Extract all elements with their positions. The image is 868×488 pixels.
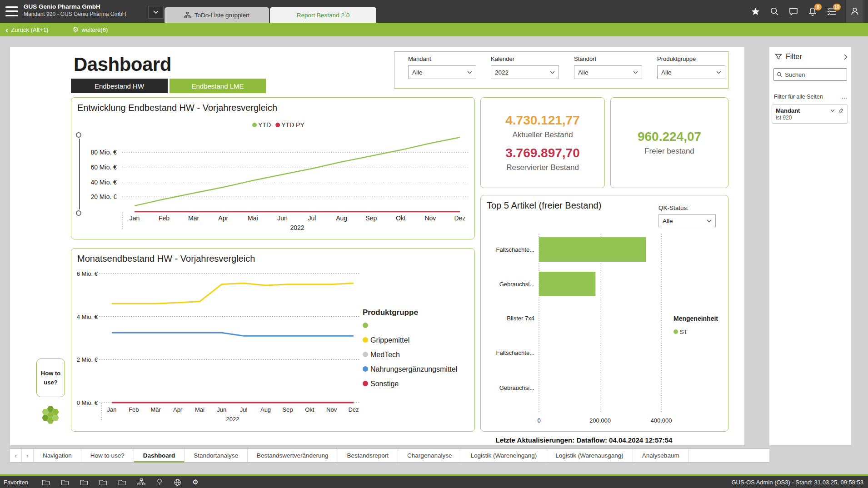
filter-pane: Filter Filter für alle Seiten … Mandant … — [769, 47, 851, 445]
tab-report-bestand[interactable]: Report Bestand 2.0 — [270, 7, 376, 23]
slicer-label: Mandant — [408, 55, 476, 62]
svg-text:2022: 2022 — [290, 224, 304, 231]
slicer-label: Standort — [574, 55, 642, 62]
svg-text:Faltschachte...: Faltschachte... — [496, 349, 534, 356]
tabs-scroll-right[interactable]: › — [22, 449, 34, 462]
tab-todo-liste[interactable]: ToDo-Liste gruppiert — [165, 7, 269, 23]
page-tab-bestandswertveränderung[interactable]: Bestandswertveränderung — [248, 449, 338, 462]
org-chart-icon[interactable] — [137, 478, 145, 486]
endbestand-hw-button[interactable]: Endbestand HW — [71, 79, 168, 93]
filter-section-row: Filter für alle Seiten … — [774, 94, 848, 100]
filter-card-value: ist 920 — [776, 115, 844, 121]
back-button[interactable]: ‹ Zurück (Alt+1) — [5, 23, 48, 36]
svg-text:0 Mio. €: 0 Mio. € — [77, 399, 98, 406]
page-tab-chargenanalyse[interactable]: Chargenanalyse — [398, 449, 461, 462]
action-bar: ‹ Zurück (Alt+1) ⚙ weitere(6) — [0, 23, 868, 36]
folder-icon[interactable] — [99, 479, 107, 486]
svg-text:YTD PY: YTD PY — [281, 121, 304, 129]
slicer-kalender-select[interactable]: 2022 — [491, 65, 559, 79]
page-tab-standortanalyse[interactable]: Standortanalyse — [185, 449, 248, 462]
svg-text:Gebrauchsi...: Gebrauchsi... — [499, 281, 534, 288]
topbar-icons: 8 10 — [751, 0, 868, 23]
folder-icon[interactable] — [61, 479, 69, 486]
svg-text:Feb: Feb — [129, 406, 139, 413]
topbar: GUS Genio Pharma GmbH Mandant 920 - GUS … — [0, 0, 868, 23]
page-tab-navigation[interactable]: Navigation — [34, 449, 81, 462]
page-tab-logistik-warenausgang[interactable]: Logistik (Warenausgang) — [546, 449, 633, 462]
svg-text:Dez: Dez — [348, 406, 359, 413]
lightbulb-icon[interactable] — [156, 478, 163, 486]
svg-text:Apr: Apr — [173, 406, 183, 413]
slicer-produktgruppe-select[interactable]: Alle — [657, 65, 725, 79]
more-options-icon[interactable]: … — [842, 94, 848, 100]
slicer-standort-select[interactable]: Alle — [574, 65, 642, 79]
user-icon[interactable] — [846, 0, 863, 23]
svg-text:2 Mio. €: 2 Mio. € — [77, 356, 98, 363]
svg-text:Jul: Jul — [308, 214, 316, 222]
slicer-bar: Mandant Alle Kalender 2022 Standort Alle… — [394, 51, 728, 89]
chat-icon[interactable] — [789, 7, 798, 16]
panel-top5-artikel: Top 5 Artikel (freier Bestand) QK-Status… — [480, 195, 728, 432]
svg-text:60 Mio. €: 60 Mio. € — [90, 164, 117, 171]
tasks-icon[interactable]: 10 — [827, 7, 836, 16]
svg-text:Produktgruppe: Produktgruppe — [363, 308, 418, 317]
chevron-down-icon[interactable] — [830, 109, 835, 112]
statusbar-icons: ⚙ — [42, 478, 198, 486]
tab-label: ToDo-Liste gruppiert — [195, 12, 250, 19]
reservierter-bestand-value: 3.769.897,70 — [505, 146, 580, 160]
reservierter-bestand-label: Reservierter Bestand — [506, 163, 579, 172]
tabs-scroll-left[interactable]: ‹ — [10, 449, 22, 462]
collapse-filter-pane-icon[interactable] — [844, 54, 848, 60]
globe-icon[interactable] — [174, 478, 181, 486]
tab-overflow-dropdown[interactable] — [148, 6, 164, 19]
filter-search-input[interactable] — [785, 71, 844, 78]
page-title: Dashboard — [74, 54, 171, 75]
svg-text:Apr: Apr — [218, 214, 228, 222]
gear-icon[interactable]: ⚙ — [192, 479, 198, 486]
chevron-left-icon: ‹ — [5, 25, 8, 34]
search-icon[interactable] — [770, 7, 779, 16]
slicer-value: 2022 — [495, 69, 509, 76]
back-label: Zurück (Alt+1) — [11, 26, 48, 33]
filter-card-mandant[interactable]: Mandant ist 920 — [772, 105, 848, 124]
folder-icon[interactable] — [118, 479, 126, 486]
menu-icon[interactable] — [5, 6, 19, 16]
gus-logo — [40, 405, 61, 425]
page-tab-bestandsreport[interactable]: Bestandsreport — [338, 449, 399, 462]
endbestand-lme-button[interactable]: Endbestand LME — [170, 79, 266, 93]
svg-text:Grippemittel: Grippemittel — [370, 336, 409, 344]
svg-text:Jun: Jun — [277, 214, 288, 222]
folder-icon[interactable] — [80, 479, 88, 486]
filter-card-title: Mandant — [776, 107, 800, 114]
page-tab-how-to-use[interactable]: How to use? — [81, 449, 134, 462]
folder-icon[interactable] — [42, 479, 50, 486]
svg-text:6 Mio. €: 6 Mio. € — [77, 270, 98, 277]
page-tab-logistik-wareneingang[interactable]: Logistik (Wareneingang) — [461, 449, 546, 462]
dashboard-canvas: Dashboard Endbestand HW Endbestand LME M… — [10, 47, 744, 445]
org-chart-icon — [184, 12, 191, 19]
funnel-icon — [775, 54, 782, 60]
bell-icon[interactable]: 8 — [808, 7, 817, 16]
favorite-star-icon[interactable] — [751, 7, 760, 16]
brand-subtitle: Mandant 920 - GUS Genio Pharma GmbH — [24, 11, 126, 17]
weitere-button[interactable]: ⚙ weitere(6) — [73, 23, 108, 36]
how-to-use-button[interactable]: How to use? — [36, 359, 65, 397]
slicer-mandant-select[interactable]: Alle — [408, 65, 476, 79]
svg-text:Nov: Nov — [424, 214, 436, 222]
chevron-down-icon — [153, 10, 159, 14]
eraser-icon[interactable] — [838, 108, 844, 114]
svg-text:Jan: Jan — [130, 214, 140, 222]
page-tab-analysebaum[interactable]: Analysebaum — [633, 449, 689, 462]
svg-text:MedTech: MedTech — [370, 351, 400, 359]
svg-text:Blister 7x4: Blister 7x4 — [507, 315, 534, 322]
svg-text:ST: ST — [680, 329, 688, 335]
chevron-down-icon — [550, 71, 555, 74]
page-tab-bar: ‹ › NavigationHow to use?DashboardStando… — [10, 448, 769, 463]
freier-bestand-value: 960.224,07 — [638, 129, 701, 144]
page-tab-dashboard[interactable]: Dashboard — [134, 449, 185, 462]
svg-text:Jun: Jun — [217, 406, 226, 413]
favoriten-label[interactable]: Favoriten — [4, 479, 28, 486]
search-icon — [777, 71, 782, 78]
status-user-info: GUS-OS Admin (OS3) - Stand: 31.03.25, 09… — [732, 479, 864, 486]
slicer-value: Alle — [661, 69, 672, 76]
